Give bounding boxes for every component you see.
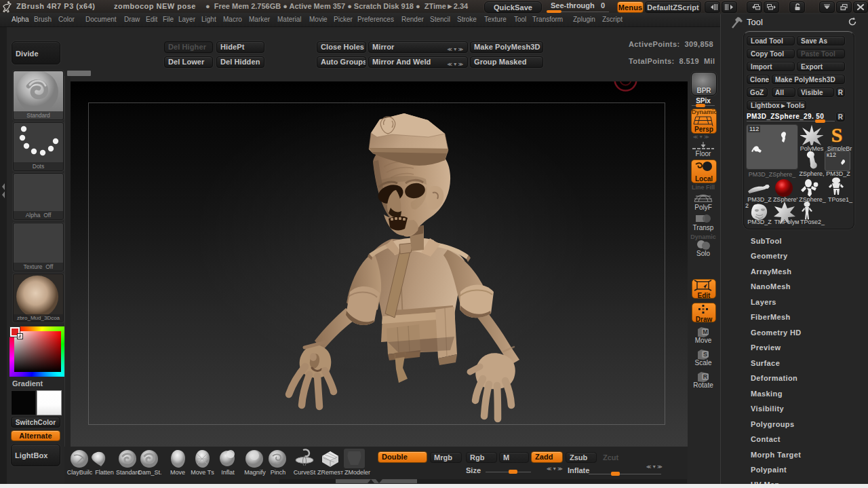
- svg-text:S: S: [831, 125, 843, 145]
- svg-text:M: M: [703, 329, 708, 335]
- svg-text:R: R: [703, 373, 708, 380]
- svg-text:S: S: [703, 351, 707, 358]
